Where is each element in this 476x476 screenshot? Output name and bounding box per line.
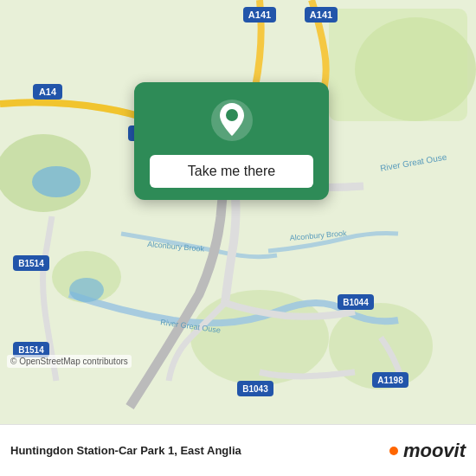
- svg-text:A14: A14: [39, 87, 57, 97]
- take-me-there-button[interactable]: Take me there: [150, 155, 313, 188]
- svg-text:A141: A141: [310, 10, 332, 20]
- svg-text:A141: A141: [248, 10, 271, 20]
- popup-card: Take me there: [134, 82, 329, 200]
- svg-text:B1044: B1044: [343, 298, 369, 307]
- svg-text:B1514: B1514: [18, 345, 44, 355]
- map-container: A14 A14 A141 A141 B1514 B1514 B1044 B104…: [0, 0, 476, 424]
- svg-text:B1043: B1043: [242, 384, 268, 394]
- moovit-dot: [389, 447, 398, 455]
- location-name: Huntingdon Station-Car Park 1, East Angl…: [10, 444, 241, 457]
- location-pin-icon: [209, 98, 254, 143]
- moovit-logo: moovit: [389, 440, 466, 462]
- svg-point-32: [226, 109, 238, 121]
- location-info: Huntingdon Station-Car Park 1, East Angl…: [10, 444, 241, 457]
- moovit-text: moovit: [403, 440, 466, 462]
- svg-text:A1198: A1198: [377, 376, 403, 385]
- svg-rect-6: [329, 9, 467, 121]
- svg-text:B1514: B1514: [18, 259, 44, 268]
- copyright-text: © OpenStreetMap contributors: [7, 355, 132, 368]
- bottom-bar: Huntingdon Station-Car Park 1, East Angl…: [0, 424, 476, 476]
- svg-point-8: [69, 278, 104, 302]
- svg-point-7: [32, 166, 80, 197]
